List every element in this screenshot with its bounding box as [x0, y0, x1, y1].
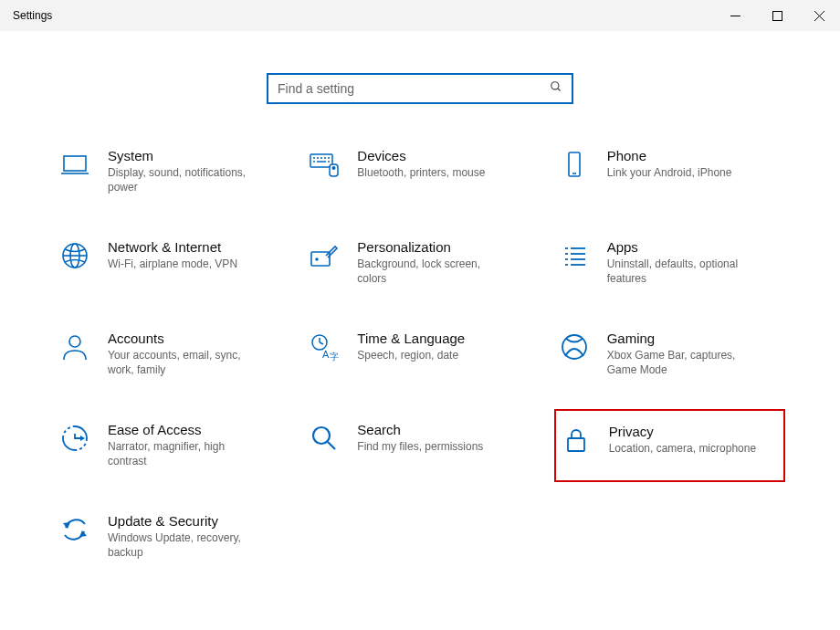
tile-heading: Accounts — [108, 331, 282, 346]
svg-rect-1 — [772, 11, 782, 20]
tile-text: GamingXbox Game Bar, captures, Game Mode — [607, 331, 782, 377]
tile-heading: Personalization — [357, 239, 531, 255]
tile-search[interactable]: SearchFind my files, permissions — [304, 418, 535, 473]
tile-phone[interactable]: PhoneLink your Android, iPhone — [554, 144, 785, 199]
tile-personalization[interactable]: PersonalizationBackground, lock screen, … — [304, 236, 535, 290]
keyboard-icon — [308, 148, 341, 181]
tile-subtitle: Narrator, magnifier, high contrast — [108, 439, 263, 468]
tile-text: PrivacyLocation, camera, microphone — [609, 424, 780, 456]
tile-heading: Phone — [607, 148, 782, 163]
search-input[interactable] — [278, 81, 550, 96]
tile-heading: Time & Language — [357, 331, 531, 346]
brush-icon — [308, 239, 341, 272]
tile-subtitle: Location, camera, microphone — [609, 441, 764, 456]
tile-devices[interactable]: DevicesBluetooth, printers, mouse — [304, 144, 535, 199]
svg-line-37 — [320, 342, 323, 344]
tile-subtitle: Uninstall, defaults, optional features — [607, 257, 762, 286]
xbox-icon — [558, 331, 591, 363]
settings-grid: SystemDisplay, sound, notifications, pow… — [55, 144, 785, 564]
svg-text:字: 字 — [330, 352, 339, 362]
tile-heading: Gaming — [607, 331, 782, 346]
tile-text: Ease of AccessNarrator, magnifier, high … — [108, 422, 282, 468]
tile-subtitle: Your accounts, email, sync, work, family — [108, 348, 263, 377]
refresh-icon — [58, 513, 91, 546]
tile-text: AppsUninstall, defaults, optional featur… — [607, 239, 782, 286]
tile-apps[interactable]: AppsUninstall, defaults, optional featur… — [554, 236, 785, 290]
tile-subtitle: Bluetooth, printers, mouse — [357, 165, 512, 180]
content: SystemDisplay, sound, notifications, pow… — [0, 31, 840, 564]
search-icon — [550, 80, 562, 97]
tile-text: SearchFind my files, permissions — [357, 422, 531, 454]
ease-icon — [58, 422, 91, 455]
phone-icon — [558, 148, 591, 181]
svg-rect-17 — [330, 164, 338, 176]
svg-text:A: A — [322, 349, 330, 360]
tile-text: Time & LanguageSpeech, region, date — [357, 331, 531, 362]
close-button[interactable] — [798, 0, 840, 31]
tile-ease[interactable]: Ease of AccessNarrator, magnifier, high … — [55, 418, 286, 473]
laptop-icon — [58, 148, 91, 181]
tile-heading: System — [108, 148, 282, 163]
search-big-icon — [308, 422, 341, 455]
time-lang-icon: A字 — [308, 331, 341, 363]
tile-subtitle: Windows Update, recovery, backup — [108, 530, 263, 560]
tile-privacy[interactable]: PrivacyLocation, camera, microphone — [554, 409, 785, 482]
svg-marker-41 — [80, 436, 85, 441]
tile-subtitle: Speech, region, date — [357, 348, 512, 362]
person-icon — [58, 331, 91, 363]
tile-text: Network & InternetWi-Fi, airplane mode, … — [108, 239, 282, 271]
svg-point-42 — [313, 427, 330, 444]
tile-subtitle: Xbox Game Bar, captures, Game Mode — [607, 348, 762, 377]
svg-point-34 — [69, 336, 80, 347]
tile-subtitle: Link your Android, iPhone — [607, 165, 762, 180]
maximize-button[interactable] — [756, 0, 798, 31]
svg-point-25 — [316, 258, 318, 260]
search-box[interactable] — [267, 73, 573, 104]
tile-heading: Privacy — [609, 424, 780, 439]
tile-text: PersonalizationBackground, lock screen, … — [357, 239, 531, 286]
svg-line-5 — [558, 89, 561, 91]
tile-text: AccountsYour accounts, email, sync, work… — [108, 331, 282, 377]
tile-subtitle: Display, sound, notifications, power — [108, 165, 263, 194]
tile-network[interactable]: Network & InternetWi-Fi, airplane mode, … — [55, 236, 286, 290]
svg-rect-44 — [568, 438, 584, 451]
tile-heading: Devices — [357, 148, 531, 163]
tile-subtitle: Find my files, permissions — [357, 439, 512, 454]
tile-subtitle: Background, lock screen, colors — [357, 257, 512, 286]
tile-update[interactable]: Update & SecurityWindows Update, recover… — [55, 509, 286, 564]
tile-text: PhoneLink your Android, iPhone — [607, 148, 782, 180]
svg-rect-6 — [64, 156, 86, 171]
tile-heading: Search — [357, 422, 531, 437]
globe-icon — [58, 239, 91, 272]
svg-rect-8 — [310, 154, 332, 167]
tile-text: Update & SecurityWindows Update, recover… — [108, 513, 282, 560]
apps-icon — [558, 239, 591, 272]
tile-heading: Network & Internet — [108, 239, 282, 255]
svg-point-18 — [333, 167, 336, 170]
svg-line-43 — [328, 442, 335, 449]
tile-subtitle: Wi-Fi, airplane mode, VPN — [108, 257, 263, 271]
tile-text: SystemDisplay, sound, notifications, pow… — [108, 148, 282, 194]
tile-heading: Ease of Access — [108, 422, 282, 437]
lock-icon — [560, 424, 593, 457]
tile-time[interactable]: A字Time & LanguageSpeech, region, date — [304, 327, 535, 382]
tile-heading: Apps — [607, 239, 782, 255]
minimize-button[interactable] — [714, 0, 756, 31]
titlebar: Settings — [0, 0, 840, 31]
tile-text: DevicesBluetooth, printers, mouse — [357, 148, 531, 180]
svg-rect-19 — [569, 152, 580, 176]
tile-heading: Update & Security — [108, 513, 282, 529]
window-title: Settings — [13, 9, 52, 22]
tile-accounts[interactable]: AccountsYour accounts, email, sync, work… — [55, 327, 286, 382]
tile-gaming[interactable]: GamingXbox Game Bar, captures, Game Mode — [554, 327, 785, 382]
svg-point-4 — [551, 82, 559, 89]
tile-system[interactable]: SystemDisplay, sound, notifications, pow… — [55, 144, 286, 199]
